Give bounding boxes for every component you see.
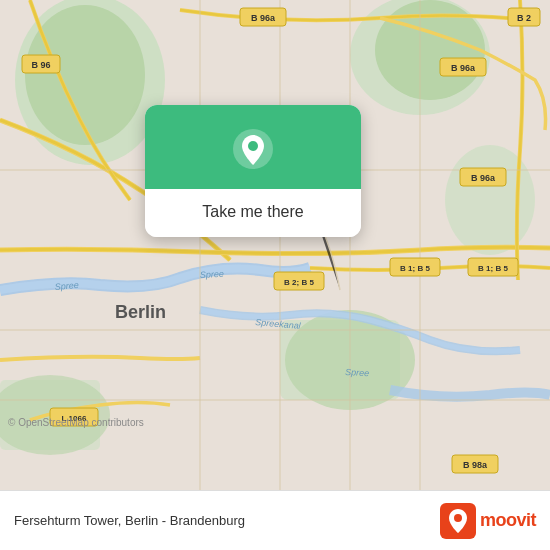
location-pin-icon	[231, 127, 275, 171]
location-name: Fersehturm Tower, Berlin - Brandenburg	[14, 513, 245, 528]
svg-text:B 2; B 5: B 2; B 5	[284, 278, 314, 287]
moovit-icon	[440, 503, 476, 539]
svg-text:B 96: B 96	[31, 60, 50, 70]
svg-text:Spree: Spree	[54, 280, 79, 292]
svg-text:Spree: Spree	[200, 269, 225, 280]
osm-attribution: © OpenStreetMap contributors	[8, 417, 144, 428]
svg-text:Berlin: Berlin	[115, 302, 166, 322]
svg-text:B 1; B 5: B 1; B 5	[478, 264, 508, 273]
svg-text:B 2: B 2	[517, 13, 531, 23]
bottom-bar: Fersehturm Tower, Berlin - Brandenburg m…	[0, 490, 550, 550]
moovit-logo: moovit	[440, 503, 536, 539]
card-green-section	[145, 105, 361, 189]
svg-point-5	[445, 145, 535, 255]
overlay-card: Take me there	[145, 105, 361, 237]
map-container: B 96 B 96a B 2 B 96a B 96a B 2; B 5 B 1;…	[0, 0, 550, 490]
svg-point-2	[25, 5, 145, 145]
card-white-section: Take me there	[145, 189, 361, 237]
svg-text:B 1; B 5: B 1; B 5	[400, 264, 430, 273]
location-info: Fersehturm Tower, Berlin - Brandenburg	[14, 513, 245, 528]
svg-text:B 96a: B 96a	[451, 63, 476, 73]
svg-text:B 96a: B 96a	[251, 13, 276, 23]
svg-point-45	[454, 514, 462, 522]
svg-text:Spree: Spree	[345, 367, 370, 378]
svg-text:B 98a: B 98a	[463, 460, 488, 470]
take-me-there-button[interactable]: Take me there	[202, 203, 303, 221]
svg-text:B 96a: B 96a	[471, 173, 496, 183]
svg-point-43	[248, 141, 258, 151]
moovit-text: moovit	[480, 510, 536, 531]
